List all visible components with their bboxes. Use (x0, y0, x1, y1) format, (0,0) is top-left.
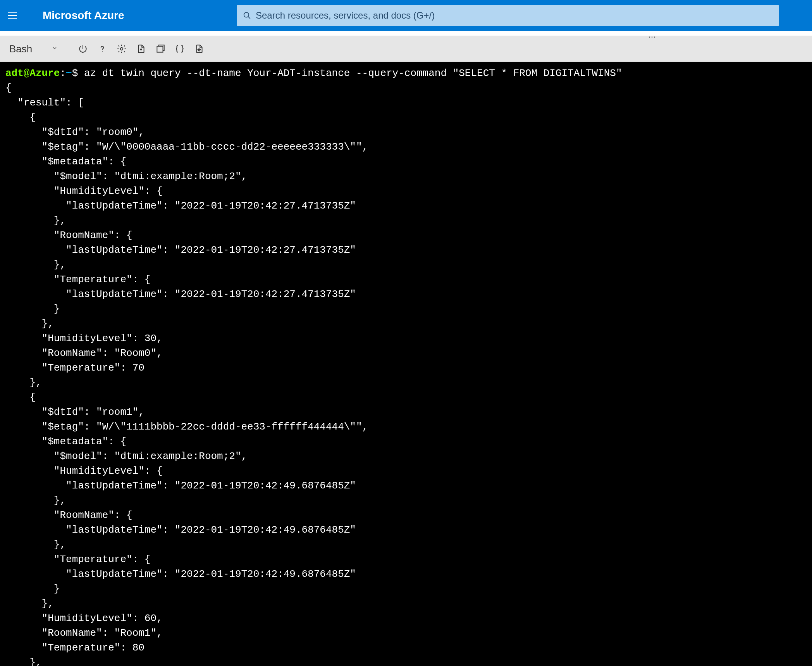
new-window-icon (155, 44, 165, 54)
braces-icon (175, 44, 185, 54)
azure-header: Microsoft Azure (0, 0, 812, 31)
file-preview-icon (194, 44, 204, 54)
search-input[interactable] (256, 10, 773, 21)
shell-type-dropdown[interactable]: Bash (5, 41, 62, 57)
gear-icon (117, 44, 127, 54)
svg-point-3 (120, 48, 123, 50)
prompt-path: ~ (66, 67, 72, 79)
search-icon (243, 11, 251, 20)
terminal-output: { "result": [ { "$dtId": "room0", "$etag… (5, 82, 368, 666)
restart-shell-button[interactable] (74, 40, 91, 57)
search-wrapper (237, 5, 804, 26)
help-icon (97, 44, 107, 54)
prompt-user: adt@Azure (5, 67, 60, 79)
power-icon (78, 44, 88, 54)
chevron-down-icon (52, 45, 58, 53)
hamburger-menu-button[interactable] (8, 9, 23, 22)
terminal-command: az dt twin query --dt-name Your-ADT-inst… (84, 67, 622, 79)
svg-point-0 (244, 12, 249, 17)
settings-button[interactable] (113, 40, 130, 57)
cloud-shell-toolbar: Bash (0, 36, 812, 62)
help-button[interactable] (94, 40, 111, 57)
svg-point-5 (198, 49, 200, 51)
overflow-icon[interactable]: … (648, 30, 657, 40)
web-preview-button[interactable] (191, 40, 208, 57)
svg-point-2 (102, 51, 103, 52)
svg-rect-4 (157, 47, 163, 52)
svg-line-1 (248, 17, 250, 19)
cloud-shell-terminal[interactable]: adt@Azure:~$ az dt twin query --dt-name … (0, 62, 812, 666)
upload-download-button[interactable] (132, 40, 150, 57)
prompt-sep: : (60, 67, 66, 79)
prompt-sym: $ (72, 67, 78, 79)
sub-bar: … (0, 31, 812, 36)
global-search[interactable] (237, 5, 779, 26)
editor-button[interactable] (171, 40, 188, 57)
new-session-button[interactable] (152, 40, 169, 57)
file-transfer-icon (136, 44, 146, 54)
brand-label: Microsoft Azure (43, 9, 124, 22)
shell-type-label: Bash (9, 43, 32, 55)
toolbar-divider (68, 42, 68, 56)
